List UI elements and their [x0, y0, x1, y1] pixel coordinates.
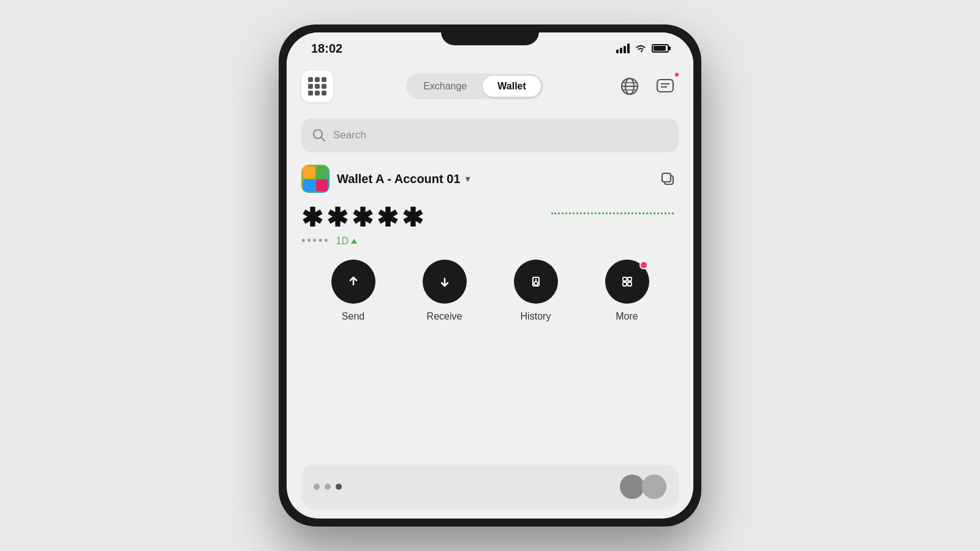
message-icon [655, 77, 675, 96]
up-arrow-icon [351, 239, 357, 244]
balance-section: ✱✱✱✱✱ ••••• 1D [301, 205, 679, 247]
notch [441, 24, 539, 45]
copy-icon [660, 171, 676, 187]
pagination-dot-1 [314, 484, 320, 490]
send-icon [344, 272, 363, 291]
receive-label: Receive [427, 311, 462, 322]
status-icons [616, 43, 669, 53]
search-bar[interactable]: Search [301, 118, 679, 152]
wallet-account-row: Wallet A - Account 01 ▾ [301, 165, 679, 193]
balance-change-row: ••••• 1D [301, 234, 679, 247]
copy-address-button[interactable] [657, 168, 679, 190]
send-label: Send [342, 311, 364, 322]
change-badge: 1D [336, 236, 357, 247]
more-label: More [616, 311, 638, 322]
globe-icon [620, 77, 639, 96]
grid-icon [308, 77, 326, 96]
header-nav: Exchange Wallet [287, 64, 693, 108]
header-actions [616, 73, 679, 100]
phone-screen: 18:02 [287, 32, 693, 519]
card-pagination-dots [314, 484, 342, 490]
pagination-dot-3 [336, 484, 342, 490]
more-icon [618, 272, 636, 291]
wallet-avatar [301, 165, 330, 193]
tab-wallet[interactable]: Wallet [483, 76, 541, 97]
coin-icon-2 [642, 474, 666, 499]
more-button[interactable]: More [605, 260, 649, 322]
svg-rect-11 [662, 173, 671, 182]
battery-icon [652, 44, 669, 53]
phone-frame: 18:02 [279, 24, 701, 527]
bottom-card [301, 465, 679, 509]
nav-tabs: Exchange Wallet [406, 73, 543, 99]
history-circle [514, 260, 558, 304]
receive-button[interactable]: Receive [423, 260, 467, 322]
content-area: Search Wallet A - Account 01 ▾ [287, 108, 693, 519]
svg-line-9 [321, 137, 325, 141]
svg-rect-5 [657, 80, 673, 92]
signal-icon [616, 43, 630, 53]
history-label: History [521, 311, 551, 322]
more-circle [605, 260, 649, 304]
portfolio-chart-line [551, 212, 674, 214]
receive-icon [435, 272, 454, 291]
history-icon [527, 272, 545, 291]
tab-exchange[interactable]: Exchange [409, 76, 481, 97]
change-hidden-value: ••••• [301, 234, 330, 247]
status-time: 18:02 [311, 42, 342, 56]
pagination-dot-2 [325, 484, 331, 490]
wallet-account-name: Wallet A - Account 01 ▾ [337, 172, 470, 186]
account-dropdown-arrow[interactable]: ▾ [466, 174, 470, 184]
message-notification-dot [674, 72, 680, 78]
search-placeholder: Search [333, 129, 366, 141]
history-button[interactable]: History [514, 260, 558, 322]
balance-hidden-value: ✱✱✱✱✱ [301, 205, 427, 231]
coin-icon-1 [620, 474, 644, 499]
send-circle [331, 260, 375, 304]
send-button[interactable]: Send [331, 260, 375, 322]
svg-point-20 [619, 273, 636, 290]
receive-circle [423, 260, 467, 304]
globe-button[interactable] [616, 73, 643, 100]
messages-button[interactable] [652, 73, 679, 100]
action-buttons: Send Receive [301, 260, 679, 322]
wifi-icon [635, 43, 647, 53]
menu-button[interactable] [301, 70, 333, 102]
card-coin-icons [620, 474, 666, 499]
search-icon [312, 129, 326, 142]
